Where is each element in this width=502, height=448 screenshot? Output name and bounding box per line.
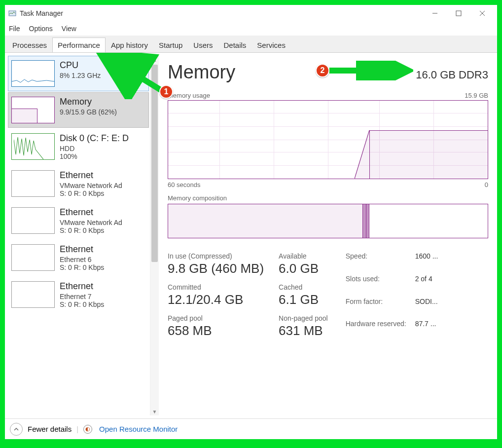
tab-users[interactable]: Users: [188, 37, 218, 52]
memory-thumb: [11, 97, 55, 123]
memory-composition-chart: [168, 204, 488, 238]
content-area: 1 2 CPU 8% 1.23 GHz: [5, 52, 497, 418]
paged-value: 658 MB: [168, 323, 264, 338]
eth2-sub2: S: 0 R: 0 Kbps: [60, 226, 145, 234]
eth2-thumb: [11, 207, 55, 234]
committed-label: Committed: [168, 283, 264, 291]
scroll-thumb[interactable]: [151, 65, 158, 262]
fewer-details-link[interactable]: Fewer details: [28, 425, 72, 433]
tab-services[interactable]: Services: [251, 37, 291, 52]
cpu-title: CPU: [60, 60, 145, 71]
in-use-label: In use (Compressed): [168, 252, 264, 260]
cpu-sub: 8% 1.23 GHz: [60, 72, 145, 79]
minimize-button[interactable]: [423, 5, 447, 22]
eth3-sub: Ethernet 6: [60, 256, 145, 263]
nonpaged-value: 631 MB: [279, 323, 328, 338]
menu-file[interactable]: File: [9, 25, 20, 33]
svg-rect-0: [9, 11, 16, 16]
reserved-value: 87.7 ...: [415, 320, 438, 338]
available-label: Available: [279, 252, 328, 260]
sidebar-item-ethernet-1[interactable]: Ethernet VMware Network Ad S: 0 R: 0 Kbp…: [8, 166, 149, 202]
eth2-title: Ethernet: [60, 207, 145, 218]
sidebar-item-cpu[interactable]: CPU 8% 1.23 GHz: [8, 56, 149, 91]
eth1-sub: VMware Network Ad: [60, 182, 145, 189]
cpu-thumb: [11, 60, 55, 87]
sidebar: CPU 8% 1.23 GHz Memory 9.9/15.9 GB (62%): [5, 53, 159, 418]
eth2-sub: VMware Network Ad: [60, 219, 145, 226]
sidebar-item-ethernet-3[interactable]: Ethernet Ethernet 6 S: 0 R: 0 Kbps: [8, 240, 149, 276]
tab-startup[interactable]: Startup: [153, 37, 188, 52]
eth1-thumb: [11, 170, 55, 197]
eth4-thumb: [11, 281, 55, 308]
eth4-sub2: S: 0 R: 0 Kbps: [60, 300, 145, 308]
axis-left: 60 seconds: [168, 181, 201, 188]
slots-label: Slots used:: [346, 275, 406, 294]
memory-title: Memory: [60, 97, 145, 107]
memory-sub: 9.9/15.9 GB (62%): [60, 108, 145, 116]
sidebar-item-disk0[interactable]: Disk 0 (C: F: E: D HDD 100%: [8, 129, 149, 165]
close-button[interactable]: [470, 5, 494, 22]
page-title: Memory: [168, 62, 235, 83]
axis-right: 0: [485, 181, 488, 188]
menu-options[interactable]: Options: [29, 25, 53, 33]
eth1-sub2: S: 0 R: 0 Kbps: [60, 189, 145, 197]
form-value: SODI...: [415, 298, 438, 316]
sidebar-item-ethernet-4[interactable]: Ethernet Ethernet 7 S: 0 R: 0 Kbps: [8, 277, 149, 313]
footer-separator: |: [76, 425, 78, 433]
memory-usage-chart: [168, 100, 488, 179]
reserved-label: Hardware reserved:: [346, 320, 406, 338]
eth3-sub2: S: 0 R: 0 Kbps: [60, 263, 145, 271]
tab-app-history[interactable]: App history: [106, 37, 153, 52]
disk-sub2: 100%: [60, 152, 145, 160]
tabbar: Processes Performance App history Startu…: [5, 36, 497, 52]
tab-processes[interactable]: Processes: [7, 37, 52, 52]
annotation-badge-2: 2: [316, 64, 329, 77]
menubar: File Options View: [5, 22, 497, 36]
titlebar[interactable]: Task Manager: [5, 5, 497, 22]
speed-label: Speed:: [346, 252, 406, 271]
scroll-up-icon[interactable]: ▲: [150, 56, 159, 64]
svg-rect-2: [456, 11, 461, 16]
eth4-sub: Ethernet 7: [60, 293, 145, 300]
in-use-value: 9.8 GB (460 MB): [168, 261, 264, 276]
eth4-title: Ethernet: [60, 281, 145, 292]
eth1-title: Ethernet: [60, 170, 145, 181]
menu-view[interactable]: View: [62, 25, 76, 33]
disk-title: Disk 0 (C: F: E: D: [60, 133, 145, 144]
window-controls: [423, 5, 494, 22]
tab-performance[interactable]: Performance: [52, 37, 106, 53]
eth3-thumb: [11, 244, 55, 271]
sidebar-item-memory[interactable]: Memory 9.9/15.9 GB (62%): [8, 92, 149, 128]
sidebar-scrollbar[interactable]: ▲ ▼: [150, 56, 159, 415]
sidebar-item-ethernet-2[interactable]: Ethernet VMware Network Ad S: 0 R: 0 Kbp…: [8, 203, 149, 239]
usage-max: 15.9 GB: [465, 92, 488, 99]
cached-label: Cached: [279, 283, 328, 291]
app-icon: [8, 9, 17, 18]
speed-value: 1600 ...: [415, 252, 438, 271]
tab-details[interactable]: Details: [218, 37, 252, 52]
form-label: Form factor:: [346, 298, 406, 316]
disk-thumb: [11, 133, 55, 160]
window-title: Task Manager: [20, 9, 63, 17]
fewer-details-chevron-icon[interactable]: [10, 423, 23, 436]
usage-label: Memory usage: [168, 92, 210, 99]
resource-monitor-icon: ◐: [83, 425, 92, 434]
cached-value: 6.1 GB: [279, 292, 328, 307]
disk-sub: HDD: [60, 145, 145, 152]
maximize-button[interactable]: [447, 5, 470, 22]
open-resource-monitor-link[interactable]: Open Resource Monitor: [99, 425, 178, 433]
footer: Fewer details | ◐ Open Resource Monitor: [5, 418, 497, 439]
nonpaged-label: Non-paged pool: [279, 314, 328, 322]
memory-capacity: 16.0 GB DDR3: [416, 69, 488, 81]
slots-value: 2 of 4: [415, 275, 438, 294]
scroll-down-icon[interactable]: ▼: [150, 408, 159, 415]
paged-label: Paged pool: [168, 314, 264, 322]
main-panel: Memory 16.0 GB DDR3 Memory usage 15.9 GB: [159, 53, 497, 418]
annotation-badge-1: 1: [159, 85, 173, 99]
eth3-title: Ethernet: [60, 244, 145, 255]
composition-label: Memory composition: [168, 194, 488, 202]
stats-area: In use (Compressed) 9.8 GB (460 MB) Avai…: [168, 252, 488, 338]
available-value: 6.0 GB: [279, 261, 328, 276]
committed-value: 12.1/20.4 GB: [168, 292, 264, 307]
task-manager-window: Task Manager File Options View Processes…: [5, 5, 497, 439]
